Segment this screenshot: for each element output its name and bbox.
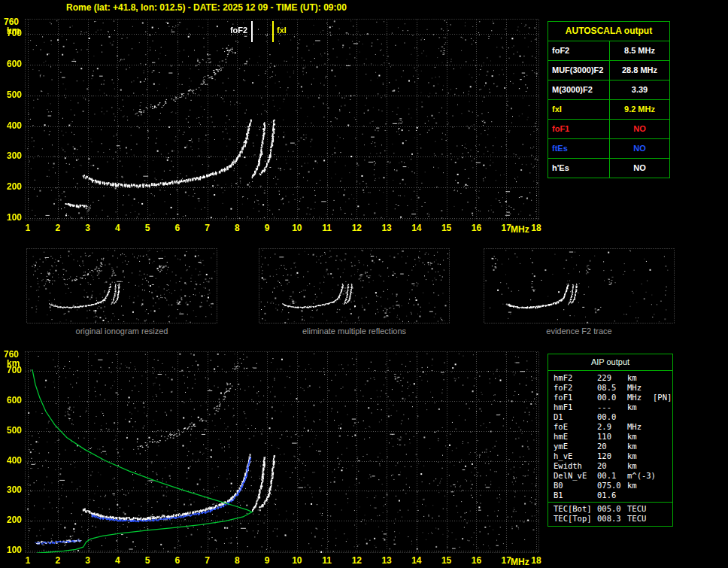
aip-param: foF2 [554,383,597,393]
aip-value: 00.0 [597,393,627,402]
x-tick-label: 6 [169,223,186,233]
aip-row: hmE110km [548,432,672,442]
fxI-marker-line [272,21,274,42]
aip-row: foF100.0MHz[PN] [548,393,672,402]
x-tick-label: 2 [50,223,66,233]
aip-value: 008.3 [597,514,627,524]
x-tick-label: 7 [199,223,216,233]
x-tick-label: 4 [109,223,126,233]
autoscala-param: MUF(3000)F2 [548,61,610,80]
x-tick-label: 15 [438,223,455,233]
autoscala-param: fxI [548,100,610,119]
y-tick-label: 100 [2,212,22,223]
foF2-marker-label: foF2 [220,26,247,35]
x-tick-label: 8 [229,223,245,233]
aip-row: hmF1---km [548,402,672,412]
station-date-title: Rome (lat: +41.8, lon: 012.5) - DATE: 20… [66,2,347,13]
x-axis-unit-label-0: MHz [511,224,529,235]
x-tick-label: 11 [319,223,335,233]
aip-unit: km [627,442,653,451]
y-tick-label: 600 [2,59,22,69]
autoscala-value: 3.39 [610,80,669,99]
aip-note [653,412,672,422]
aip-note [653,504,672,514]
autoscala-row: M(3000)F23.39 [548,80,669,100]
y-tick-label: 500 [2,425,22,436]
x-tick-label: 3 [80,555,96,566]
autoscala-row: fxI9.2 MHz [548,100,669,120]
aip-param: hmF1 [554,402,597,412]
autoscala-param: foF1 [548,120,610,138]
aip-param: hmF2 [554,373,597,383]
autoscala-header: AUTOSCALA output [548,22,669,41]
x-axis-unit-label-1: MHz [511,557,529,567]
aip-output-table: AIP outputhmF2229kmfoF208.5MHzfoF100.0MH… [548,354,673,527]
y-tick-label: 100 [2,545,22,555]
aip-value: 00.1 [597,471,627,481]
y-tick-label: 200 [2,181,22,192]
aip-param: foF1 [554,393,597,402]
autoscala-row: foF1NO [548,120,669,139]
x-tick-label: 5 [139,223,156,233]
aip-note [653,461,672,471]
x-tick-label: 13 [378,223,395,233]
aip-row: hmF2229km [548,373,672,383]
aip-value: 2.9 [597,422,627,432]
x-tick-label: 8 [229,555,245,566]
aip-value: 110 [597,432,627,442]
main-ionogram-canvas [25,19,539,220]
aip-value: --- [597,402,627,412]
y-tick-label: 200 [2,515,22,525]
aip-unit: TECU [627,514,653,524]
aip-unit [627,412,653,422]
aip-note [653,442,672,451]
aip-param: Ewidth [554,461,597,471]
autoscala-output-table: AUTOSCALA outputfoF28.5 MHzMUF(3000)F228… [548,21,670,178]
autoscala-value: NO [610,120,669,138]
aip-note [653,481,672,491]
y-tick-label: 600 [2,395,22,405]
aip-row: TEC[Bot]005.0TECU [548,504,672,514]
profile-ionogram-plot [25,351,539,553]
x-tick-label: 18 [528,223,544,233]
x-tick-label: 5 [139,555,156,566]
fxI-marker-label: fxI [277,26,287,35]
aip-note [653,471,672,481]
aip-param: hmE [554,432,597,442]
x-tick-label: 18 [528,555,544,566]
aip-unit: MHz [627,383,653,393]
x-tick-label: 16 [468,223,484,233]
aip-param: h_vE [554,451,597,461]
aip-param: D1 [554,412,597,422]
aip-unit: TECU [627,504,653,514]
aip-value: 005.0 [597,504,627,514]
aip-note [653,402,672,412]
y-tick-label: 700 [2,28,22,38]
aip-row: h_vE120km [548,451,672,461]
aip-row: foF208.5MHz [548,383,672,393]
x-tick-label: 14 [408,223,425,233]
autoscala-param: ftEs [548,139,610,158]
aip-unit [627,491,653,500]
aip-note: [PN] [653,393,672,402]
autoscala-value: 28.8 MHz [610,61,669,80]
aip-value: 01.6 [597,491,627,500]
y-tick-label: 300 [2,150,22,161]
aip-note [653,491,672,500]
x-tick-label: 9 [259,223,275,233]
y-tick-label: 700 [2,365,22,375]
x-tick-label: 4 [109,555,126,566]
x-tick-label: 12 [348,223,365,233]
aip-note [653,432,672,442]
autoscala-param: h'Es [548,159,610,178]
autoscala-row: foF28.5 MHz [548,41,669,61]
aip-param: TEC[Bot] [554,504,597,514]
aip-row: Ewidth20km [548,461,672,471]
aip-value: 075.0 [597,481,627,491]
aip-unit: MHz [627,422,653,432]
aip-row: DelN_vE00.1m^(-3) [548,471,672,481]
y-tick-label: 400 [2,120,22,131]
x-tick-label: 3 [80,223,96,233]
autoscala-row: h'EsNO [548,159,669,178]
aip-note [653,422,672,432]
